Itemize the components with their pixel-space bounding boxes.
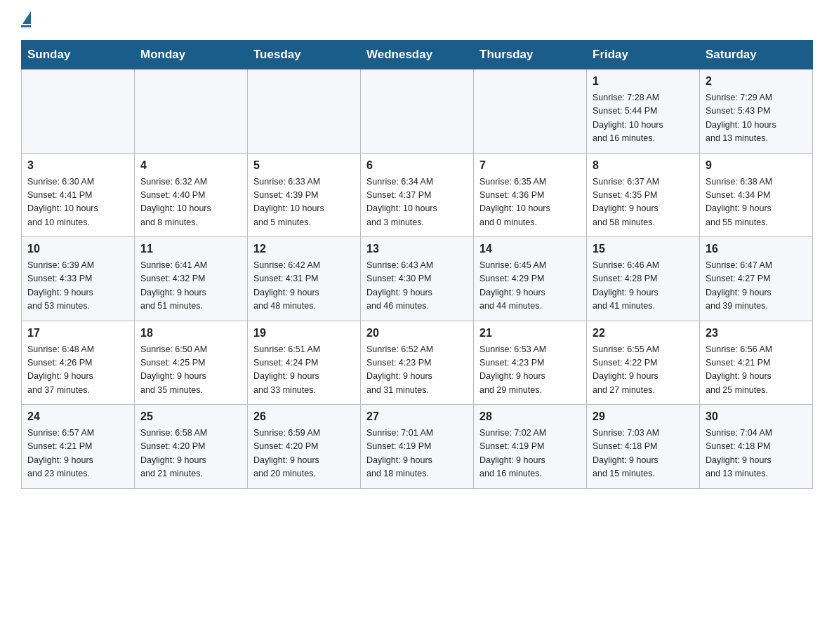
- calendar-cell: 29Sunrise: 7:03 AM Sunset: 4:18 PM Dayli…: [587, 405, 700, 489]
- calendar-cell: 28Sunrise: 7:02 AM Sunset: 4:19 PM Dayli…: [474, 405, 587, 489]
- calendar-header: SundayMondayTuesdayWednesdayThursdayFrid…: [22, 41, 813, 69]
- day-number: 2: [706, 75, 807, 88]
- calendar-cell: 18Sunrise: 6:50 AM Sunset: 4:25 PM Dayli…: [135, 321, 248, 405]
- day-number: 7: [479, 159, 581, 172]
- weekday-header-friday: Friday: [587, 41, 700, 69]
- day-info: Sunrise: 6:46 AM Sunset: 4:28 PM Dayligh…: [593, 259, 694, 314]
- day-number: 13: [366, 243, 468, 255]
- calendar-cell: 8Sunrise: 6:37 AM Sunset: 4:35 PM Daylig…: [587, 153, 700, 237]
- calendar-cell: [22, 69, 135, 154]
- weekday-header-row: SundayMondayTuesdayWednesdayThursdayFrid…: [22, 41, 813, 69]
- calendar-cell: 11Sunrise: 6:41 AM Sunset: 4:32 PM Dayli…: [135, 237, 248, 321]
- day-number: 27: [366, 410, 468, 423]
- day-info: Sunrise: 7:28 AM Sunset: 5:44 PM Dayligh…: [593, 91, 694, 146]
- day-info: Sunrise: 6:52 AM Sunset: 4:23 PM Dayligh…: [366, 343, 468, 398]
- day-info: Sunrise: 6:45 AM Sunset: 4:29 PM Dayligh…: [479, 259, 581, 314]
- weekday-header-wednesday: Wednesday: [361, 41, 474, 69]
- calendar-cell: 26Sunrise: 6:59 AM Sunset: 4:20 PM Dayli…: [248, 405, 361, 489]
- weekday-header-tuesday: Tuesday: [248, 41, 361, 69]
- calendar-cell: 19Sunrise: 6:51 AM Sunset: 4:24 PM Dayli…: [248, 321, 361, 405]
- day-info: Sunrise: 6:48 AM Sunset: 4:26 PM Dayligh…: [27, 343, 128, 398]
- day-info: Sunrise: 6:43 AM Sunset: 4:30 PM Dayligh…: [366, 259, 468, 314]
- day-info: Sunrise: 7:03 AM Sunset: 4:18 PM Dayligh…: [593, 427, 694, 481]
- day-info: Sunrise: 6:34 AM Sunset: 4:37 PM Dayligh…: [366, 175, 468, 230]
- calendar-week-row: 3Sunrise: 6:30 AM Sunset: 4:41 PM Daylig…: [22, 153, 813, 237]
- day-info: Sunrise: 6:37 AM Sunset: 4:35 PM Dayligh…: [593, 175, 694, 230]
- day-number: 4: [140, 159, 241, 172]
- calendar-cell: 5Sunrise: 6:33 AM Sunset: 4:39 PM Daylig…: [248, 153, 361, 237]
- weekday-header-thursday: Thursday: [474, 41, 587, 69]
- day-number: 24: [27, 410, 128, 423]
- day-info: Sunrise: 6:56 AM Sunset: 4:21 PM Dayligh…: [706, 343, 807, 398]
- day-number: 15: [593, 243, 694, 255]
- calendar-cell: [248, 69, 361, 154]
- day-info: Sunrise: 6:32 AM Sunset: 4:40 PM Dayligh…: [140, 175, 241, 230]
- day-info: Sunrise: 6:47 AM Sunset: 4:27 PM Dayligh…: [706, 259, 807, 314]
- calendar-cell: 3Sunrise: 6:30 AM Sunset: 4:41 PM Daylig…: [22, 153, 135, 237]
- calendar-cell: 15Sunrise: 6:46 AM Sunset: 4:28 PM Dayli…: [587, 237, 700, 321]
- calendar-cell: 10Sunrise: 6:39 AM Sunset: 4:33 PM Dayli…: [22, 237, 135, 321]
- day-info: Sunrise: 6:30 AM Sunset: 4:41 PM Dayligh…: [27, 175, 128, 230]
- calendar-cell: [361, 69, 474, 154]
- day-number: 26: [253, 410, 355, 423]
- day-number: 10: [27, 243, 128, 255]
- logo: [21, 14, 31, 27]
- calendar-week-row: 1Sunrise: 7:28 AM Sunset: 5:44 PM Daylig…: [22, 69, 813, 154]
- day-number: 23: [706, 327, 807, 340]
- day-number: 11: [140, 243, 241, 255]
- calendar-cell: 7Sunrise: 6:35 AM Sunset: 4:36 PM Daylig…: [474, 153, 587, 237]
- day-info: Sunrise: 6:35 AM Sunset: 4:36 PM Dayligh…: [479, 175, 581, 230]
- day-number: 22: [593, 327, 694, 340]
- day-number: 3: [27, 159, 128, 172]
- day-number: 6: [366, 159, 468, 172]
- calendar-cell: 2Sunrise: 7:29 AM Sunset: 5:43 PM Daylig…: [700, 69, 813, 154]
- calendar-cell: 6Sunrise: 6:34 AM Sunset: 4:37 PM Daylig…: [361, 153, 474, 237]
- calendar-cell: [135, 69, 248, 154]
- day-info: Sunrise: 6:59 AM Sunset: 4:20 PM Dayligh…: [253, 427, 355, 481]
- logo-arrow-icon: [22, 11, 31, 24]
- calendar-cell: 16Sunrise: 6:47 AM Sunset: 4:27 PM Dayli…: [700, 237, 813, 321]
- calendar-cell: 23Sunrise: 6:56 AM Sunset: 4:21 PM Dayli…: [700, 321, 813, 405]
- day-number: 21: [479, 327, 581, 340]
- calendar-week-row: 24Sunrise: 6:57 AM Sunset: 4:21 PM Dayli…: [22, 405, 813, 489]
- day-number: 14: [479, 243, 581, 255]
- day-number: 25: [140, 410, 241, 423]
- day-info: Sunrise: 6:38 AM Sunset: 4:34 PM Dayligh…: [706, 175, 807, 230]
- day-number: 1: [593, 75, 694, 88]
- calendar-table: SundayMondayTuesdayWednesdayThursdayFrid…: [21, 40, 813, 489]
- day-info: Sunrise: 6:39 AM Sunset: 4:33 PM Dayligh…: [27, 259, 128, 314]
- calendar-week-row: 17Sunrise: 6:48 AM Sunset: 4:26 PM Dayli…: [22, 321, 813, 405]
- calendar-cell: 1Sunrise: 7:28 AM Sunset: 5:44 PM Daylig…: [587, 69, 700, 154]
- calendar-cell: 20Sunrise: 6:52 AM Sunset: 4:23 PM Dayli…: [361, 321, 474, 405]
- day-info: Sunrise: 6:50 AM Sunset: 4:25 PM Dayligh…: [140, 343, 241, 398]
- day-number: 19: [253, 327, 355, 340]
- logo-underline: [21, 25, 31, 27]
- calendar-body: 1Sunrise: 7:28 AM Sunset: 5:44 PM Daylig…: [22, 69, 813, 489]
- day-number: 28: [479, 410, 581, 423]
- day-info: Sunrise: 6:58 AM Sunset: 4:20 PM Dayligh…: [140, 427, 241, 481]
- calendar-cell: 4Sunrise: 6:32 AM Sunset: 4:40 PM Daylig…: [135, 153, 248, 237]
- calendar-cell: [474, 69, 587, 154]
- day-number: 17: [27, 327, 128, 340]
- calendar-cell: 12Sunrise: 6:42 AM Sunset: 4:31 PM Dayli…: [248, 237, 361, 321]
- day-info: Sunrise: 6:41 AM Sunset: 4:32 PM Dayligh…: [140, 259, 241, 314]
- calendar-cell: 17Sunrise: 6:48 AM Sunset: 4:26 PM Dayli…: [22, 321, 135, 405]
- day-number: 18: [140, 327, 241, 340]
- day-info: Sunrise: 6:57 AM Sunset: 4:21 PM Dayligh…: [27, 427, 128, 481]
- page-header: [21, 14, 813, 27]
- weekday-header-monday: Monday: [135, 41, 248, 69]
- calendar-cell: 30Sunrise: 7:04 AM Sunset: 4:18 PM Dayli…: [700, 405, 813, 489]
- day-number: 29: [593, 410, 694, 423]
- day-info: Sunrise: 7:29 AM Sunset: 5:43 PM Dayligh…: [706, 91, 807, 146]
- day-info: Sunrise: 6:42 AM Sunset: 4:31 PM Dayligh…: [253, 259, 355, 314]
- day-info: Sunrise: 6:55 AM Sunset: 4:22 PM Dayligh…: [593, 343, 694, 398]
- calendar-cell: 13Sunrise: 6:43 AM Sunset: 4:30 PM Dayli…: [361, 237, 474, 321]
- weekday-header-saturday: Saturday: [700, 41, 813, 69]
- day-info: Sunrise: 7:01 AM Sunset: 4:19 PM Dayligh…: [366, 427, 468, 481]
- calendar-cell: 9Sunrise: 6:38 AM Sunset: 4:34 PM Daylig…: [700, 153, 813, 237]
- day-number: 9: [706, 159, 807, 172]
- day-info: Sunrise: 6:51 AM Sunset: 4:24 PM Dayligh…: [253, 343, 355, 398]
- weekday-header-sunday: Sunday: [22, 41, 135, 69]
- calendar-week-row: 10Sunrise: 6:39 AM Sunset: 4:33 PM Dayli…: [22, 237, 813, 321]
- day-number: 12: [253, 243, 355, 255]
